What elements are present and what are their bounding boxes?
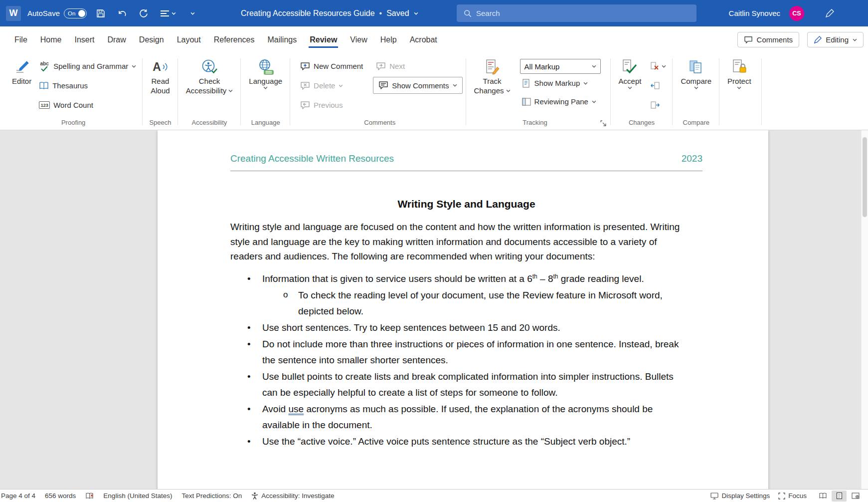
new-comment-label: New Comment — [314, 62, 363, 70]
proofing-status-button[interactable] — [85, 493, 94, 500]
ribbon-group-comments: New Comment Delete Previous Next — [290, 53, 466, 130]
list-item: • Use bullet points to create lists and … — [230, 369, 685, 401]
redo-button[interactable] — [136, 6, 151, 21]
word-count-label: Word Count — [53, 101, 93, 109]
user-name[interactable]: Caitlin Synovec — [729, 9, 780, 17]
ink-button[interactable] — [822, 6, 837, 21]
check-accessibility-button[interactable]: Check Accessibility — [181, 55, 238, 117]
word-count-indicator[interactable]: 656 words — [45, 492, 76, 500]
page-indicator[interactable]: Page 4 of 4 — [1, 492, 35, 500]
protect-group-label — [723, 117, 756, 130]
save-icon — [96, 9, 105, 18]
display-settings-button[interactable]: Display Settings — [710, 492, 770, 500]
focus-mode-button[interactable]: Focus — [778, 492, 807, 500]
next-change-button[interactable] — [648, 95, 669, 115]
title-bar: W AutoSave On Creating Accessible Resour… — [0, 0, 868, 26]
grammar-flagged-word[interactable]: use — [288, 404, 304, 414]
quick-access-menu-button[interactable] — [158, 6, 178, 21]
search-input[interactable] — [476, 9, 696, 17]
check-accessibility-label-1: Check — [199, 77, 220, 86]
track-changes-icon — [484, 57, 500, 77]
avatar[interactable]: CS — [789, 6, 804, 21]
language-group-label: Language — [244, 117, 287, 130]
tracking-dialog-launcher[interactable] — [600, 120, 608, 127]
document-page[interactable]: Creating Accessible Written Resources 20… — [158, 130, 768, 489]
new-comment-button[interactable]: New Comment — [297, 56, 366, 76]
tab-draw[interactable]: Draw — [101, 31, 132, 49]
reviewing-pane-button[interactable]: Reviewing Pane — [519, 92, 601, 111]
globe-icon — [257, 57, 274, 77]
compare-button[interactable]: Compare — [676, 55, 716, 117]
spelling-grammar-label: Spelling and Grammar — [53, 62, 128, 70]
all-markup-dropdown[interactable]: All Markup — [520, 59, 601, 74]
language-indicator[interactable]: English (United States) — [103, 492, 172, 500]
tab-layout[interactable]: Layout — [171, 31, 207, 49]
check-accessibility-label-2: Accessibility — [186, 86, 227, 95]
editor-icon — [14, 57, 29, 77]
track-changes-label-2: Changes — [474, 86, 504, 95]
list-item: • Use short sentences. Try to keep sente… — [230, 320, 685, 336]
comments-button[interactable]: Comments — [737, 32, 800, 47]
edit-pen-icon — [814, 36, 822, 44]
tab-help[interactable]: Help — [374, 31, 403, 49]
document-canvas: Creating Accessible Written Resources 20… — [0, 130, 868, 489]
delete-comment-label: Delete — [314, 81, 335, 90]
save-button[interactable] — [93, 6, 108, 21]
show-markup-icon — [522, 79, 531, 88]
thesaurus-button[interactable]: Thesaurus — [36, 76, 139, 95]
toggle-knob — [78, 10, 85, 17]
accessibility-status-button[interactable]: Accessibility: Investigate — [251, 492, 334, 500]
list-item-sub: o To check the reading level of your doc… — [230, 287, 685, 319]
previous-change-button[interactable] — [648, 76, 669, 95]
ribbon: Editor abc Spelling and Grammar Thesauru… — [0, 53, 868, 130]
tab-file[interactable]: File — [8, 31, 34, 49]
tab-acrobat[interactable]: Acrobat — [403, 31, 444, 49]
vertical-scrollbar[interactable] — [861, 130, 868, 489]
show-markup-button[interactable]: Show Markup — [519, 74, 601, 92]
spelling-grammar-button[interactable]: abc Spelling and Grammar — [36, 56, 139, 76]
pen-icon — [825, 9, 834, 18]
tab-view[interactable]: View — [344, 31, 373, 49]
show-comments-button[interactable]: Show Comments — [373, 77, 462, 94]
show-comments-label: Show Comments — [392, 81, 449, 90]
word-app-icon[interactable]: W — [6, 6, 21, 21]
tab-review[interactable]: Review — [303, 31, 344, 49]
track-changes-button[interactable]: Track Changes — [470, 55, 515, 117]
word-count-button[interactable]: 123 Word Count — [36, 95, 139, 115]
document-title-control[interactable]: Creating Accessible Resources Guide • Sa… — [241, 0, 418, 26]
read-aloud-button[interactable]: A Read Aloud — [146, 55, 174, 117]
focus-mode-label: Focus — [788, 492, 807, 500]
menu-bar: File Home Insert Draw Design Layout Refe… — [0, 26, 868, 53]
scrollbar-thumb[interactable] — [863, 137, 867, 217]
section-heading: Writing Style and Language — [230, 198, 702, 210]
read-mode-view-button[interactable] — [815, 491, 830, 502]
reject-button[interactable] — [648, 56, 669, 76]
document-header-year: 2023 — [682, 153, 702, 164]
accessibility-icon — [201, 57, 217, 77]
undo-button[interactable] — [115, 6, 130, 21]
next-comment-button[interactable]: Next — [373, 56, 462, 76]
thesaurus-label: Thesaurus — [52, 81, 88, 90]
previous-comment-button[interactable]: Previous — [297, 95, 366, 115]
chevron-down-icon — [228, 89, 233, 92]
autosave-toggle[interactable]: On — [64, 8, 87, 18]
tab-home[interactable]: Home — [34, 31, 68, 49]
tab-mailings[interactable]: Mailings — [261, 31, 304, 49]
delete-comment-button[interactable]: Delete — [297, 76, 366, 95]
tab-design[interactable]: Design — [133, 31, 171, 49]
accept-button[interactable]: Accept — [614, 55, 646, 117]
editor-button[interactable]: Editor — [7, 55, 36, 117]
print-layout-view-button[interactable] — [832, 491, 847, 502]
search-box[interactable] — [457, 4, 696, 22]
web-layout-view-button[interactable] — [848, 491, 863, 502]
editing-mode-button[interactable]: Editing — [807, 32, 864, 47]
tab-references[interactable]: References — [207, 31, 261, 49]
text-predictions-indicator[interactable]: Text Predictions: On — [181, 492, 242, 500]
chevron-down-icon — [662, 65, 666, 68]
protect-button[interactable]: Protect — [723, 55, 756, 117]
customize-toolbar-button[interactable] — [185, 6, 200, 21]
ribbon-group-accessibility: Check Accessibility Accessibility — [178, 53, 241, 130]
language-button[interactable]: Language — [244, 55, 287, 117]
tab-insert[interactable]: Insert — [68, 31, 101, 49]
ribbon-tabs: File Home Insert Draw Design Layout Refe… — [8, 31, 444, 49]
